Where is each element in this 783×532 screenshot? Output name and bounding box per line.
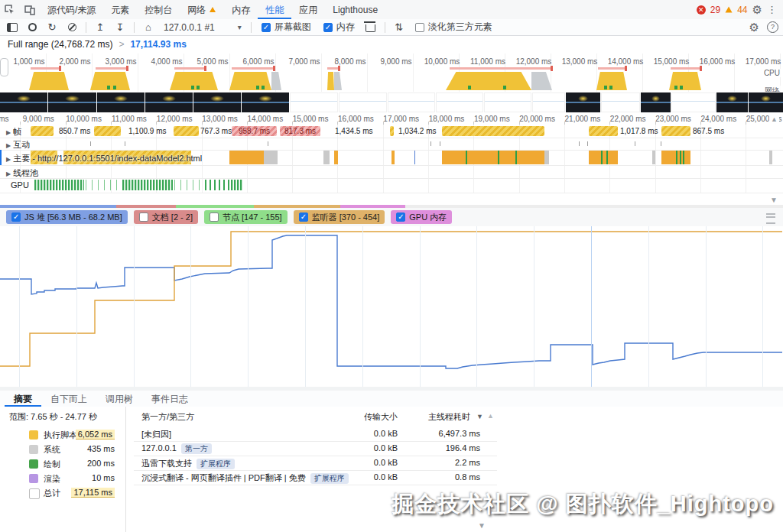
main-thread-activity-block[interactable]: [414, 151, 415, 164]
memory-checkbox[interactable]: 内存: [323, 21, 355, 34]
frame-duration-block[interactable]: [31, 126, 54, 136]
screenshot-frame[interactable]: [97, 92, 145, 112]
dim-third-party-checkbox[interactable]: 淡化第三方元素: [415, 21, 492, 34]
checkbox-unchecked-icon[interactable]: [139, 212, 148, 222]
full-range-crumb[interactable]: Full range (24,768.72 ms): [8, 39, 112, 50]
checkbox-checked-icon[interactable]: [323, 23, 333, 32]
sort-desc-icon[interactable]: ▼: [476, 413, 483, 420]
screenshot-frame[interactable]: [48, 92, 96, 112]
download-profile-icon[interactable]: ↧: [111, 20, 129, 35]
details-tab-摘要[interactable]: 摘要: [5, 391, 41, 407]
main-thread-activity-block[interactable]: [392, 151, 395, 164]
table-row[interactable]: [未归因]0.0 kB6,497.3 ms: [134, 427, 497, 442]
frame-duration-block[interactable]: [442, 126, 544, 136]
table-header-size[interactable]: 传输大小: [348, 411, 398, 423]
scroll-up-icon[interactable]: ▲: [769, 115, 779, 123]
screenshot-frame[interactable]: [601, 92, 640, 112]
screenshots-checkbox[interactable]: 屏幕截图: [262, 21, 311, 34]
warning-count[interactable]: 44: [737, 5, 747, 15]
table-scroll-up-icon[interactable]: ▲: [487, 412, 494, 420]
table-row[interactable]: 127.0.0.1第一方0.0 kB196.4 ms: [134, 441, 497, 456]
checkbox-checked-icon[interactable]: [396, 212, 405, 222]
screenshot-frame[interactable]: [436, 92, 483, 112]
screenshot-frame[interactable]: [641, 92, 671, 112]
screenshot-frame[interactable]: [388, 92, 435, 112]
screenshot-frame[interactable]: [339, 92, 387, 112]
screenshot-frame[interactable]: [290, 92, 338, 112]
minimap-window-handle[interactable]: [0, 58, 8, 76]
history-dropdown[interactable]: 127.0.0.1 #1 ▾: [159, 22, 246, 33]
clear-icon[interactable]: [63, 20, 81, 35]
help-icon[interactable]: ?: [767, 21, 778, 33]
frame-duration-block[interactable]: [589, 126, 618, 136]
main-thread-activity-block[interactable]: [323, 151, 330, 164]
dropped-frame-block[interactable]: 817.3 ms: [280, 126, 320, 136]
main-thread-activity-block[interactable]: [264, 151, 278, 164]
tab-Lighthouse[interactable]: Lighthouse: [325, 1, 385, 19]
details-tab-自下而上[interactable]: 自下而上: [41, 391, 96, 407]
main-thread-activity-block[interactable]: [769, 151, 772, 164]
more-options-icon[interactable]: ⋮: [767, 4, 777, 15]
frame-duration-block[interactable]: [390, 126, 394, 136]
error-count[interactable]: 29: [710, 5, 720, 15]
checkbox-checked-icon[interactable]: [11, 212, 21, 222]
isolate-arrows-icon[interactable]: ⇅: [390, 20, 408, 35]
legend-menu-icon[interactable]: [766, 213, 775, 224]
screenshot-frame[interactable]: [0, 92, 47, 112]
timeline-overview-minimap[interactable]: 1,000 ms2,000 ms3,000 ms4,000 ms5,000 ms…: [0, 54, 783, 92]
screenshot-frame[interactable]: [145, 92, 193, 112]
checkbox-checked-icon[interactable]: [299, 212, 308, 222]
tab-网络[interactable]: 网络: [180, 1, 224, 19]
inspect-element-icon[interactable]: [0, 1, 20, 19]
checkbox-unchecked-icon[interactable]: [210, 212, 219, 222]
table-row[interactable]: 沉浸式翻译 - 网页翻译插件 | PDF翻译 | 免费扩展程序0.0 kB0.8…: [134, 470, 497, 485]
collapse-arrow-icon[interactable]: ▶: [6, 129, 11, 136]
dropped-frame-block[interactable]: 958.7 ms: [232, 126, 277, 136]
live-metrics-home-icon[interactable]: ⌂: [139, 20, 158, 35]
settings-gear-icon[interactable]: ⚙: [752, 3, 762, 17]
main-thread-activity-block[interactable]: [334, 151, 338, 164]
toggle-sidebar-icon[interactable]: [3, 20, 21, 35]
tab-应用[interactable]: 应用: [291, 1, 325, 19]
main-thread-activity-block[interactable]: [589, 151, 618, 164]
tab-元素[interactable]: 元素: [103, 1, 137, 19]
scroll-down-icon[interactable]: ▼: [770, 196, 778, 204]
tab-源代码/来源[interactable]: 源代码/来源: [40, 1, 103, 19]
main-thread-activity-block[interactable]: [652, 151, 655, 164]
table-header-time[interactable]: 主线程耗时: [421, 411, 470, 423]
checkbox-unchecked-icon[interactable]: [415, 23, 424, 32]
screenshot-frame[interactable]: [749, 92, 783, 112]
tab-控制台[interactable]: 控制台: [137, 1, 180, 19]
memory-counter-chip[interactable]: JS 堆 [56.3 MB - 68.2 MB]: [6, 210, 128, 224]
screenshot-frame[interactable]: [484, 92, 531, 112]
memory-counter-chip[interactable]: 文档 [2 - 2]: [134, 210, 198, 224]
memory-counter-chip[interactable]: 监听器 [370 - 454]: [294, 210, 385, 224]
table-row[interactable]: 迅雷下载支持扩展程序0.0 kB2.2 ms: [134, 456, 497, 471]
error-badge-icon[interactable]: ✕: [697, 5, 706, 15]
details-tab-事件日志[interactable]: 事件日志: [142, 391, 197, 407]
upload-profile-icon[interactable]: ↥: [91, 20, 109, 35]
screenshot-frame[interactable]: [242, 92, 289, 112]
collect-garbage-icon[interactable]: [362, 20, 380, 35]
screenshot-frame[interactable]: [193, 92, 241, 112]
warning-triangle-icon[interactable]: [726, 6, 733, 12]
checkbox-checked-icon[interactable]: [262, 23, 271, 32]
screenshot-frame[interactable]: [532, 92, 565, 112]
screenshot-frame[interactable]: [716, 92, 748, 112]
collapse-arrow-icon[interactable]: ▶: [6, 170, 11, 177]
screenshot-frame[interactable]: [566, 92, 600, 112]
collapse-arrow-icon[interactable]: ▶: [6, 156, 11, 163]
capture-settings-gear-icon[interactable]: ⚙: [749, 21, 759, 34]
main-thread-activity-block[interactable]: [442, 151, 544, 164]
details-tab-调用树[interactable]: 调用树: [96, 391, 142, 407]
memory-counter-chip[interactable]: 节点 [147 - 155]: [204, 210, 288, 224]
frame-duration-block[interactable]: [174, 126, 199, 136]
frame-duration-block[interactable]: [661, 126, 690, 136]
main-thread-activity-block[interactable]: [229, 151, 264, 164]
device-toolbar-icon[interactable]: [20, 1, 40, 19]
selected-range-crumb[interactable]: 17,114.93 ms: [130, 39, 186, 50]
page-scroll-down-icon[interactable]: ▼: [478, 521, 486, 530]
record-icon[interactable]: [23, 20, 41, 35]
reload-and-record-icon[interactable]: ↻: [43, 20, 61, 35]
screenshot-frame[interactable]: [671, 92, 716, 112]
